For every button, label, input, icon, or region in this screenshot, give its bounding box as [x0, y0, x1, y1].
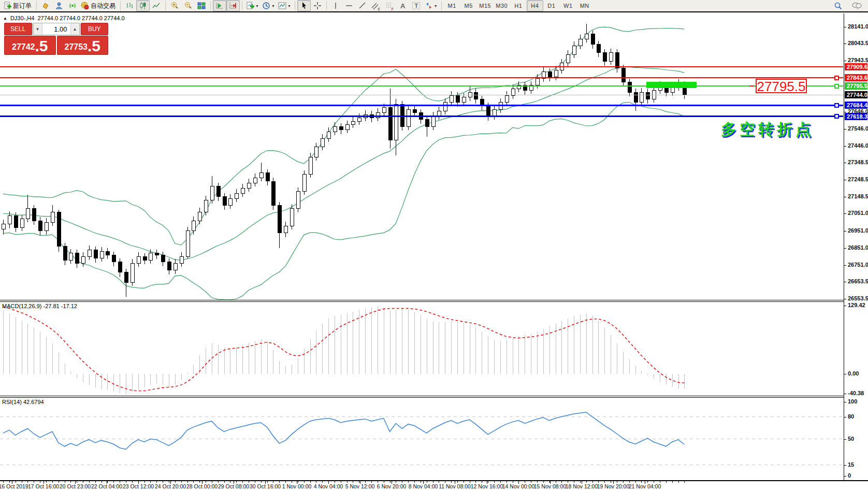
- date-minor-tick: [218, 481, 219, 483]
- date-minor-tick: [65, 481, 65, 483]
- periods-button[interactable]: ▼: [261, 0, 277, 11]
- date-minor-tick: [666, 481, 667, 483]
- date-minor-tick: [353, 481, 353, 483]
- date-minor-tick: [242, 481, 243, 483]
- timeframe-m1[interactable]: M1: [444, 0, 460, 11]
- indicators-button[interactable]: ▼: [244, 0, 261, 11]
- date-label: 24 Oct 20:00: [155, 483, 186, 489]
- panel-splitter-rsi[interactable]: [0, 396, 868, 398]
- date-label: 17 Oct 16:00: [28, 483, 59, 489]
- vertical-line-icon: [332, 2, 339, 10]
- axis-tick-mark: [844, 112, 846, 112]
- line-chart-icon: [152, 2, 161, 10]
- timeframe-m30[interactable]: M30: [494, 0, 510, 11]
- hline-handle[interactable]: [835, 104, 838, 107]
- candle-chart-button[interactable]: [136, 0, 150, 11]
- hline-handle[interactable]: [835, 76, 838, 80]
- rsi-axis-label: 80: [848, 413, 854, 420]
- line-chart-button[interactable]: [150, 0, 163, 11]
- hline-handle[interactable]: [835, 114, 838, 118]
- date-minor-tick: [132, 481, 133, 483]
- community-button[interactable]: [52, 0, 66, 11]
- cursor-button[interactable]: [297, 0, 311, 11]
- tile-windows-button[interactable]: [195, 0, 208, 11]
- date-minor-tick: [102, 481, 102, 483]
- price-tick-label: 26851.0: [848, 244, 868, 251]
- search-button[interactable]: [831, 0, 845, 11]
- volume-input[interactable]: [42, 23, 70, 35]
- sell-price-main: 27742: [12, 41, 35, 53]
- chart-shift-button[interactable]: [226, 0, 240, 11]
- text-label-tool[interactable]: T: [410, 0, 423, 11]
- axis-tick-mark: [844, 402, 846, 402]
- zoom-in-button[interactable]: [168, 0, 181, 11]
- price-badge-27684.4: 27684.4: [845, 102, 867, 109]
- price-axis[interactable]: 27909.627843.627795.527744.027684.427618…: [844, 13, 868, 480]
- date-minor-tick: [316, 481, 316, 483]
- chinese-annotation-text[interactable]: 多空转折点: [721, 119, 814, 140]
- metaquotes-button[interactable]: [39, 0, 52, 11]
- timeframe-w1[interactable]: W1: [560, 0, 576, 11]
- templates-button[interactable]: ▼: [277, 0, 293, 11]
- date-minor-tick: [414, 481, 415, 483]
- sell-button[interactable]: SELL: [4, 23, 32, 35]
- autotrade-button[interactable]: 自动交易: [79, 0, 118, 11]
- fibonacci-tool[interactable]: F: [383, 0, 396, 11]
- macd-histogram: [4, 306, 685, 394]
- toolbar: 新订单 自动交易 ▼ ▼ ▼ E F A T ▼: [0, 0, 868, 12]
- dropdown-caret: ▼: [287, 4, 291, 8]
- highlight-rectangle[interactable]: [646, 82, 697, 88]
- channel-tool[interactable]: E: [369, 0, 383, 11]
- price-tick-label: 26951.0: [848, 227, 868, 234]
- date-minor-tick: [568, 481, 568, 483]
- zoom-out-icon: [184, 2, 192, 10]
- chat-button[interactable]: [850, 0, 863, 11]
- date-minor-tick: [494, 481, 495, 483]
- toolbar-separator: [441, 1, 442, 10]
- date-minor-tick: [193, 481, 194, 483]
- toolbar-separator: [242, 1, 242, 10]
- timeframe-m15[interactable]: M15: [477, 0, 494, 11]
- timeframe-mn[interactable]: MN: [576, 0, 593, 11]
- bar-chart-button[interactable]: [123, 0, 136, 11]
- chart-shift-icon: [229, 2, 237, 10]
- buy-price-display[interactable]: 27753.5: [57, 36, 109, 55]
- sell-price-display[interactable]: 27742.5: [4, 36, 56, 55]
- price-tick-label: 28141.0: [848, 23, 868, 30]
- signals-button[interactable]: [66, 0, 79, 11]
- arrows-tool[interactable]: ▼: [423, 0, 439, 11]
- horizontal-lines[interactable]: [0, 67, 843, 119]
- buy-button[interactable]: BUY: [81, 23, 109, 35]
- horizontal-line-tool[interactable]: [342, 0, 356, 11]
- volume-decrease-button[interactable]: ▼: [33, 23, 42, 35]
- vertical-line-tool[interactable]: [329, 0, 342, 11]
- hline-handle[interactable]: [835, 84, 838, 88]
- date-minor-tick: [525, 481, 525, 483]
- collapse-triangle-icon[interactable]: ▲: [3, 16, 7, 21]
- timeframe-d1[interactable]: D1: [543, 0, 560, 11]
- trendline-tool[interactable]: [356, 0, 369, 11]
- auto-scroll-button[interactable]: [213, 0, 226, 11]
- axis-tick-mark: [844, 265, 846, 266]
- zoom-out-button[interactable]: [181, 0, 195, 11]
- callout-pointer: [749, 85, 754, 86]
- timeframe-h4[interactable]: H4: [527, 0, 543, 11]
- new-order-button[interactable]: 新订单: [2, 0, 34, 11]
- chart-canvas[interactable]: [0, 13, 844, 480]
- toolbar-separator: [120, 1, 121, 10]
- axis-tick-mark: [844, 248, 846, 249]
- volume-increase-button[interactable]: ▲: [70, 23, 80, 35]
- volume-stepper: ▼ ▲: [33, 23, 80, 35]
- price-tick-label: 27646.0: [848, 108, 868, 114]
- crosshair-button[interactable]: [311, 0, 324, 11]
- gold-badge-icon: [41, 2, 50, 10]
- timeframe-m5[interactable]: M5: [460, 0, 477, 11]
- axis-tick-mark: [844, 299, 846, 299]
- date-axis[interactable]: 16 Oct 201917 Oct 16:0020 Oct 23:0022 Oc…: [0, 480, 868, 491]
- text-tool[interactable]: A: [396, 0, 410, 11]
- date-label: 6 Nov 20:00: [377, 483, 407, 489]
- price-callout-box[interactable]: 27795.5: [756, 79, 807, 93]
- timeframe-h1[interactable]: H1: [510, 0, 527, 11]
- date-label: 20 Oct 23:00: [60, 483, 91, 489]
- panel-splitter-macd[interactable]: [0, 300, 868, 302]
